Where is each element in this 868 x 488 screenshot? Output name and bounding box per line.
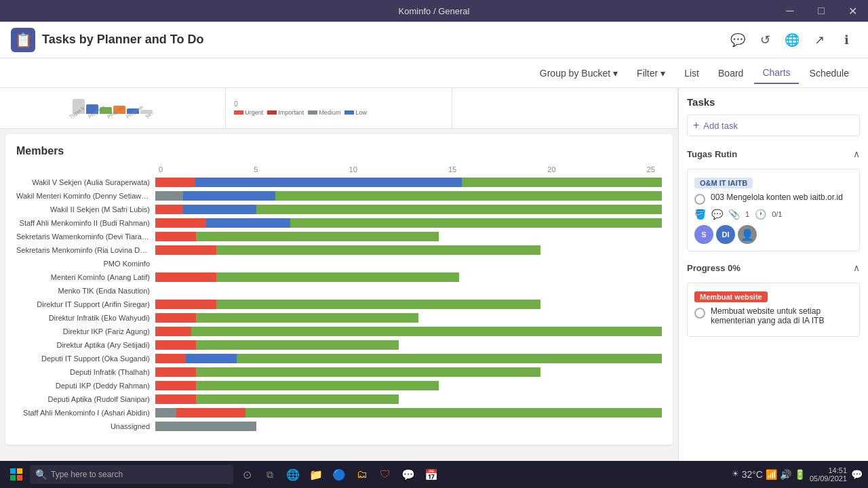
bar-segment-completed — [462, 178, 662, 187]
board-tab[interactable]: Board — [710, 62, 751, 84]
clock-icon: 🕐 — [755, 209, 766, 220]
bar-row: Deputi Infratik (Thalhah) — [16, 366, 662, 378]
charts-tab[interactable]: Charts — [754, 62, 798, 84]
maximize-button[interactable]: □ — [806, 0, 837, 22]
bar-segment-in-progress — [183, 205, 257, 214]
bar-row-label: Wakil V Sekjen (Aulia Suraperwata) — [16, 178, 155, 186]
bar-segment-in-progress — [195, 178, 462, 187]
progress-section-header[interactable]: Progress 0% ∧ — [687, 258, 860, 277]
svg-rect-1 — [17, 468, 22, 474]
bar-segment-completed — [196, 381, 439, 390]
bar-segments-container — [155, 218, 662, 228]
globe-icon-btn[interactable]: 🌐 — [781, 29, 803, 51]
tugas-rutin-section-header[interactable]: Tugas Rutin ∧ — [687, 144, 860, 163]
bar-segments-container — [155, 340, 662, 350]
taskbar-right: ☀ 32°C 📶 🔊 🔋 14:51 05/09/2021 💬 — [732, 466, 863, 483]
header-icons: 💬 ↺ 🌐 ↗ ℹ — [727, 29, 857, 51]
website-checkbox[interactable] — [694, 308, 705, 319]
bar-segment-completed — [196, 340, 399, 350]
oam-task-meta: 🪣 💬 📎 1 🕐 0/1 — [694, 209, 852, 220]
charts-label: Charts — [762, 67, 790, 78]
title-bar-controls: ─ □ ✕ — [774, 0, 868, 22]
bar-segments-container — [155, 272, 662, 282]
taskbar-search-box[interactable]: 🔍 Type here to search — [30, 465, 233, 484]
members-section: Members 0 5 10 15 20 25 Wakil V Sekjen (… — [5, 134, 673, 445]
bar-segment-not-started — [155, 422, 256, 431]
bar-row-label: Direktur IKP (Fariz Agung) — [16, 327, 155, 336]
bar-row: Sekretaris Menkominfo (Ria Lovina Defitr… — [16, 244, 662, 256]
bar-segment-not-started — [155, 408, 176, 418]
bar-row-label: Direktur Aptika (Ary Setijadi) — [16, 341, 155, 349]
bar-row: Wakil II Sekjen (M Safri Lubis) — [16, 203, 662, 216]
taskbar-explorer-icon[interactable]: 📁 — [305, 464, 327, 485]
battery-icon: 🔋 — [794, 469, 806, 480]
title-bar: Kominfo / General ─ □ ✕ — [0, 0, 868, 22]
bar-row: Direktur Infratik (Eko Wahyudi) — [16, 312, 662, 324]
clock-area[interactable]: 14:51 05/09/2021 — [810, 466, 847, 483]
taskbar-cortana-icon[interactable]: ⊙ — [236, 464, 258, 485]
bar-row: Direktur Aptika (Ary Setijadi) — [16, 339, 662, 351]
bar-segment-completed — [216, 272, 460, 282]
filter-button[interactable]: Filter ▾ — [629, 62, 673, 84]
notifications-icon[interactable]: 💬 — [851, 469, 863, 480]
bar-segment-late — [155, 327, 191, 336]
start-button[interactable] — [5, 464, 27, 485]
bar-segment-late — [155, 218, 206, 228]
bar-segments-container — [155, 300, 662, 309]
taskbar-icons: ⊙ ⧉ 🌐 📁 🔵 🗂 🛡 💬 📅 — [236, 464, 442, 485]
oam-checkbox[interactable] — [694, 194, 705, 205]
app-header: 📋 Tasks by Planner and To Do 💬 ↺ 🌐 ↗ ℹ — [0, 22, 868, 58]
third-mini-chart — [452, 88, 678, 128]
x-axis-10: 10 — [349, 165, 357, 174]
add-task-plus-icon: + — [693, 119, 699, 131]
taskbar-chrome-icon[interactable]: 🔵 — [328, 464, 350, 485]
taskbar-search-placeholder: Type here to search — [51, 470, 123, 479]
bar-segment-completed — [290, 218, 662, 228]
bar-row-label: Menteri Kominfo (Anang Latif) — [16, 273, 155, 281]
list-label: List — [684, 68, 699, 79]
taskbar-shield-icon[interactable]: 🛡 — [374, 464, 396, 485]
taskbar-edge-icon[interactable]: 🌐 — [282, 464, 304, 485]
svg-rect-0 — [10, 468, 16, 474]
x-axis-20: 20 — [547, 165, 555, 174]
bar-row-label: Unassigned — [16, 422, 155, 430]
bar-segment-completed — [237, 354, 662, 363]
speaker-icon: 🔊 — [780, 469, 791, 480]
members-title: Members — [16, 145, 662, 157]
bar-segment-late — [155, 313, 196, 323]
minimize-button[interactable]: ─ — [774, 0, 806, 22]
share-icon-btn[interactable]: ↗ — [808, 29, 830, 51]
bar-segments-container — [155, 191, 662, 201]
info-icon-btn[interactable]: ℹ — [835, 29, 857, 51]
bar-segment-completed — [196, 232, 439, 241]
bar-segment-completed — [245, 408, 662, 418]
taskbar-folder-icon[interactable]: 🗂 — [351, 464, 373, 485]
bucket-mini-chart: Tugas b Progress Progress Progress Se... — [0, 88, 226, 128]
bar-segments-container — [155, 367, 662, 377]
oam-task-row: 003 Mengelola konten web iaitb.or.id — [694, 192, 852, 205]
bar-row: Direktur IT Support (Arifin Siregar) — [16, 298, 662, 310]
task-card-oam: O&M IT IAITB 003 Mengelola konten web ia… — [687, 169, 860, 251]
taskbar-teams-icon[interactable]: 📅 — [420, 464, 442, 485]
chat-icon-btn[interactable]: 💬 — [727, 29, 749, 51]
bar-row: Menko TIK (Enda Nasution) — [16, 285, 662, 297]
taskbar-skype-icon[interactable]: 💬 — [397, 464, 419, 485]
avatar-img: 👤 — [738, 225, 757, 244]
bar-row: Unassigned — [16, 420, 662, 432]
bar-chart: Wakil V Sekjen (Aulia Suraperwata)Wakil … — [16, 176, 662, 432]
list-tab[interactable]: List — [676, 62, 707, 84]
progress-collapse-icon: ∧ — [853, 262, 860, 273]
bar-segment-completed — [191, 327, 662, 336]
bar-row-label: Wakil Menteri Kominfo (Denny Setiawan) — [16, 192, 155, 200]
close-button[interactable]: ✕ — [837, 0, 868, 22]
taskbar-sys-icons: ☀ 32°C 📶 🔊 🔋 — [732, 469, 806, 480]
taskbar-taskview-icon[interactable]: ⧉ — [259, 464, 281, 485]
nav-bar: Group by Bucket ▾ Filter ▾ List Board Ch… — [0, 58, 868, 88]
group-by-bucket-button[interactable]: Group by Bucket ▾ — [532, 62, 626, 84]
add-task-button[interactable]: + Add task — [687, 115, 860, 136]
bar-row-label: Sekretaris Wamenkominfo (Devi Tiarani Pu… — [16, 232, 155, 241]
bar-segment-completed — [216, 245, 540, 255]
bar-row: Sekretaris Wamenkominfo (Devi Tiarani Pu… — [16, 230, 662, 243]
refresh-icon-btn[interactable]: ↺ — [754, 29, 776, 51]
schedule-tab[interactable]: Schedule — [802, 62, 857, 84]
